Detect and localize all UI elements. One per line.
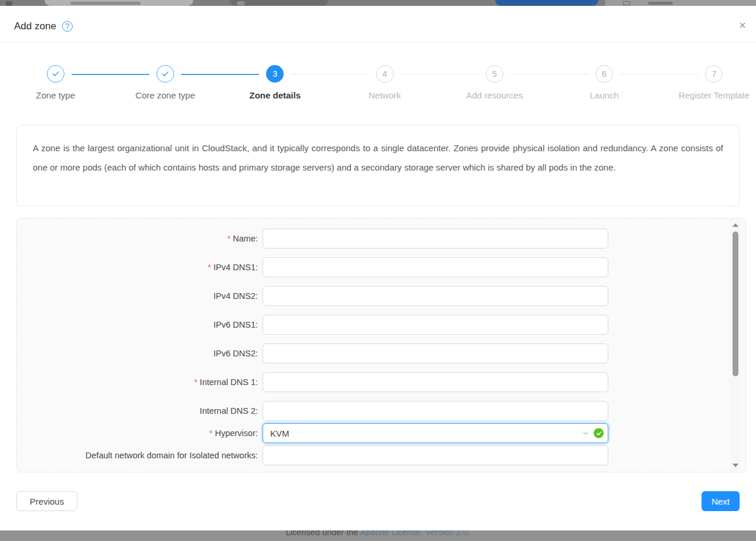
field-label: *IPv4 DNS1:: [17, 263, 263, 272]
scrollbar-up-arrow-icon[interactable]: [730, 220, 740, 230]
background-page-header: [0, 0, 756, 6]
license-text-plain: Licensed under the: [286, 530, 360, 537]
background-refresh-icon: [623, 1, 630, 5]
help-icon[interactable]: ?: [62, 21, 73, 32]
input-name[interactable]: [263, 229, 608, 249]
step-number[interactable]: 4: [376, 65, 394, 83]
zone-description-box: A zone is the largest organizational uni…: [16, 125, 740, 206]
step-label: Zone type: [1, 90, 110, 100]
background-filter-pill: [230, 0, 328, 6]
input-ipv6-dns2[interactable]: [263, 343, 608, 363]
field-label: IPv4 DNS2:: [17, 291, 263, 301]
background-filter-icon: [237, 1, 245, 5]
scrollbar-down-arrow-icon[interactable]: [730, 461, 740, 470]
step-number[interactable]: 6: [595, 65, 613, 83]
screen: Licensed under the Apache License, Versi…: [0, 0, 756, 541]
input-ipv4-dns1[interactable]: [263, 257, 608, 277]
field-label-text: IPv4 DNS1:: [213, 263, 258, 272]
select-value: KVM: [270, 428, 290, 438]
field-label: *Name:: [17, 234, 263, 243]
required-asterisk: *: [227, 234, 231, 243]
header-divider: [0, 42, 756, 43]
step-label: Register Template: [659, 90, 756, 100]
field-label-text: Default network domain for Isolated netw…: [86, 451, 258, 460]
step-launch: 6Launch: [549, 59, 659, 114]
modal-title: Add zone ?: [14, 21, 73, 32]
step-add-resources: 5Add resources: [440, 59, 549, 114]
field-label-text: Hypervisor:: [215, 428, 258, 438]
step-label: Zone details: [220, 90, 330, 100]
form-rows: *Name:*IPv4 DNS1:IPv4 DNS2:IPv6 DNS1:IPv…: [17, 229, 745, 465]
valid-check-icon: [594, 428, 604, 438]
wizard-steps: Zone typeCore zone type3Zone details4Net…: [1, 59, 756, 114]
form-row-name: *Name:: [17, 229, 745, 249]
background-page-footer: Licensed under the Apache License, Versi…: [0, 530, 756, 541]
step-zone-details: 3Zone details: [220, 59, 330, 114]
step-check-icon[interactable]: [47, 65, 64, 83]
menu-icon: [6, 1, 12, 6]
step-number[interactable]: 5: [486, 65, 503, 83]
form-row-ipv4-dns2: IPv4 DNS2:: [17, 286, 745, 306]
field-label-text: Internal DNS 1:: [200, 377, 258, 387]
field-label-text: IPv6 DNS1:: [213, 320, 258, 329]
step-register-template: 7Register Template: [659, 59, 756, 114]
step-label: Launch: [549, 90, 659, 100]
input-ipv6-dns1[interactable]: [263, 315, 608, 335]
zone-details-form: *Name:*IPv4 DNS1:IPv4 DNS2:IPv6 DNS1:IPv…: [16, 218, 746, 472]
field-label-text: IPv4 DNS2:: [213, 291, 258, 301]
field-control: [263, 445, 608, 465]
step-label: Network: [330, 90, 440, 100]
form-row-ipv6-dns1: IPv6 DNS1:: [17, 315, 745, 335]
field-control: [263, 372, 608, 392]
input-ipv4-dns2[interactable]: [263, 286, 608, 306]
license-link: Apache License, Version 2.0.: [360, 530, 470, 537]
field-label: *Internal DNS 1:: [17, 377, 263, 387]
field-label-text: Name:: [233, 234, 258, 243]
step-network: 4Network: [330, 59, 440, 114]
select-hypervisor[interactable]: KVM: [263, 423, 608, 443]
form-row-ipv6-dns2: IPv6 DNS2:: [17, 343, 745, 363]
form-row-internal-dns-1: *Internal DNS 1:: [17, 372, 745, 392]
form-row-internal-dns-2: Internal DNS 2:: [17, 401, 745, 421]
field-control: [263, 315, 608, 335]
step-zone-type: Zone type: [1, 59, 110, 114]
input-default-network-domain-for-isolated-networks[interactable]: [263, 445, 608, 465]
input-internal-dns-1[interactable]: [263, 372, 608, 392]
required-asterisk: *: [209, 428, 213, 438]
field-label: Internal DNS 2:: [17, 406, 263, 416]
add-zone-modal: Add zone ? ✕ Zone typeCore zone type3Zon…: [0, 6, 756, 530]
step-check-icon[interactable]: [156, 65, 174, 83]
form-row-ipv4-dns1: *IPv4 DNS1:: [17, 257, 745, 277]
field-control: [263, 257, 608, 277]
step-number[interactable]: 7: [705, 65, 723, 83]
chevron-down-icon: [582, 430, 590, 437]
field-control: [263, 343, 608, 363]
required-asterisk: *: [194, 377, 197, 387]
step-label: Add resources: [440, 90, 549, 100]
field-control: KVM: [263, 423, 608, 443]
next-button[interactable]: Next: [701, 491, 740, 511]
license-text: Licensed under the Apache License, Versi…: [0, 530, 756, 537]
field-label: IPv6 DNS2:: [17, 349, 263, 358]
form-row-hypervisor: *Hypervisor:KVM: [17, 423, 745, 443]
form-row-default-network-domain-for-isolated-networks: Default network domain for Isolated netw…: [17, 445, 745, 465]
step-label: Core zone type: [110, 90, 220, 100]
scrollbar-thumb[interactable]: [733, 232, 738, 376]
modal-title-text: Add zone: [14, 21, 56, 32]
background-toolbar-text: [648, 2, 673, 5]
form-scrollbar[interactable]: [730, 219, 740, 471]
field-label: *Hypervisor:: [17, 428, 263, 438]
step-core-zone-type: Core zone type: [110, 59, 220, 114]
field-control: [263, 401, 608, 421]
previous-button[interactable]: Previous: [16, 491, 77, 511]
field-control: [263, 286, 608, 306]
field-control: [263, 229, 608, 249]
field-label-text: Internal DNS 2:: [200, 406, 258, 416]
input-internal-dns-2[interactable]: [263, 401, 608, 421]
field-label: IPv6 DNS1:: [17, 320, 263, 329]
close-icon[interactable]: ✕: [737, 20, 748, 32]
zone-description-text: A zone is the largest organizational uni…: [33, 143, 723, 172]
step-number[interactable]: 3: [266, 65, 284, 83]
background-search-text: [70, 2, 141, 5]
required-asterisk: *: [208, 263, 212, 272]
